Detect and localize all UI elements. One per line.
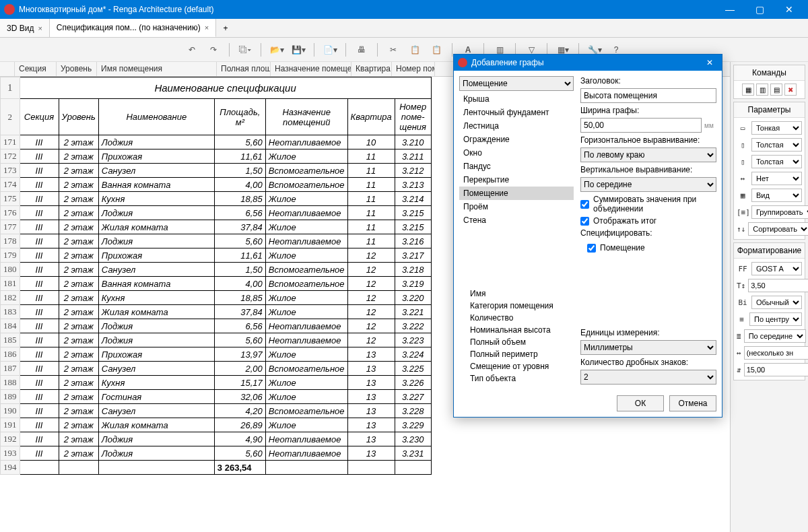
tab-specification[interactable]: Спецификация пом... (по назначению) × (50, 19, 216, 37)
object-type-select[interactable]: Помещение (459, 76, 574, 91)
property-item[interactable]: Полный объем (459, 336, 574, 348)
param-row[interactable]: FFGOST A (737, 261, 802, 276)
param-select[interactable]: GOST A (751, 262, 802, 275)
table-row[interactable]: 185III2 этажЛоджия5,60Неотапливаемое123.… (1, 333, 432, 347)
param-select[interactable]: Толстая (751, 155, 802, 168)
object-type-item[interactable]: Ограждение (459, 133, 574, 146)
width-input[interactable] (580, 118, 702, 133)
open-icon[interactable]: 📂▾ (268, 41, 285, 59)
spec-item-checkbox[interactable]: Помещение (580, 243, 716, 253)
col-roomname[interactable]: Имя помещения (97, 62, 217, 76)
valign-select[interactable]: По середине (580, 177, 716, 192)
param-input[interactable] (744, 363, 808, 376)
param-row[interactable]: T↕мм (737, 278, 802, 293)
param-row[interactable]: ▦Вид (737, 188, 802, 203)
th-name[interactable]: Наименование (98, 99, 214, 135)
table-row[interactable]: 176III2 этажЛоджия6,56Неотапливаемое113.… (1, 206, 432, 220)
undo-icon[interactable]: ↶ (183, 41, 201, 59)
cmd-icon[interactable]: ▦ (742, 84, 754, 96)
property-item[interactable]: Тип объекта (459, 372, 574, 385)
property-item[interactable]: Полный периметр (459, 348, 574, 360)
param-row[interactable]: ↔мм (737, 345, 802, 360)
table-row[interactable]: 179III2 этажПрихожая11,61Жилое123.217 (1, 248, 432, 263)
add-tab-button[interactable]: + (216, 19, 235, 37)
table-row[interactable]: 172III2 этажПрихожая11,61Жилое113.211 (1, 149, 432, 164)
object-type-list[interactable]: КрышаЛенточный фундаментЛестницаОгражден… (459, 92, 574, 284)
th-level[interactable]: Уровень (59, 99, 98, 135)
ok-button[interactable]: ОК (617, 395, 664, 411)
object-type-item[interactable]: Перекрытие (459, 173, 574, 187)
minimize-button[interactable]: — (715, 0, 745, 19)
property-item[interactable]: Номинальная высота (459, 324, 574, 336)
object-type-item[interactable]: Лестница (459, 119, 574, 133)
table-row[interactable]: 192III2 этажЛоджия4,90Неотапливаемое133.… (1, 432, 432, 446)
specification-table[interactable]: 1 Наименование спецификации 2 Секция Уро… (0, 77, 432, 475)
th-section[interactable]: Секция (20, 99, 59, 135)
cancel-button[interactable]: Отмена (669, 395, 716, 411)
table-row[interactable]: 190III2 этажСанузел4,20Вспомогательное13… (1, 404, 432, 418)
table-row[interactable]: 189III2 этажГостиная32,06Жилое133.227 (1, 390, 432, 404)
th-area[interactable]: Площадь, м² (214, 99, 265, 135)
param-row[interactable]: ≣По середине (737, 329, 802, 343)
dialog-titlebar[interactable]: Добавление графы ✕ (454, 55, 722, 71)
table-row[interactable]: 180III2 этажСанузел1,50Вспомогательное12… (1, 263, 432, 277)
param-row[interactable]: BiОбычный (737, 295, 802, 310)
param-row[interactable]: ⇵мм (737, 362, 802, 377)
param-row[interactable]: ▯Толстая (737, 154, 802, 169)
cmd-icon[interactable]: ▤ (770, 84, 782, 96)
object-type-item[interactable]: Крыша (459, 92, 574, 106)
property-item[interactable]: Имя (459, 288, 574, 300)
property-item[interactable]: Количество (459, 312, 574, 324)
close-button[interactable]: ✕ (774, 0, 804, 19)
table-row[interactable]: 188III2 этажКухня15,17Жилое133.226 (1, 376, 432, 390)
param-select[interactable]: Тонкая (751, 121, 802, 135)
print-icon[interactable]: 🖶 (353, 41, 370, 59)
param-row[interactable]: ▯Толстая (737, 137, 802, 152)
object-type-item[interactable]: Стена (459, 213, 574, 227)
tab-3d-view[interactable]: 3D Вид × (0, 19, 50, 37)
th-room[interactable]: Номер поме-щения (395, 99, 431, 135)
close-icon[interactable]: × (38, 24, 42, 32)
redo-icon[interactable]: ↷ (205, 41, 222, 59)
param-row[interactable]: ≡По центру (737, 312, 802, 327)
param-select[interactable]: Группировать (751, 205, 808, 219)
table-row[interactable]: 187III2 этажСанузел2,00Вспомогательное13… (1, 362, 432, 376)
object-type-item[interactable]: Проём (459, 200, 574, 213)
table-row[interactable]: 177III2 этажЖилая комната37,84Жилое113.2… (1, 220, 432, 234)
units-select[interactable]: Миллиметры (580, 340, 716, 355)
property-item[interactable]: Смещение от уровня (459, 360, 574, 372)
param-select[interactable]: По середине (744, 329, 806, 343)
table-row[interactable]: 183III2 этажЖилая комната37,84Жилое123.2… (1, 305, 432, 319)
table-row[interactable]: 186III2 этажПрихожая13,97Жилое133.224 (1, 347, 432, 362)
param-row[interactable]: ↔Нет (737, 171, 802, 186)
col-level[interactable]: Уровень (57, 62, 97, 76)
spec-title[interactable]: Наименование спецификации (20, 77, 431, 99)
decimals-select[interactable]: 2 (580, 370, 716, 385)
param-select[interactable]: Обычный (751, 296, 802, 309)
param-input[interactable] (748, 279, 808, 292)
table-row[interactable]: 184III2 этажЛоджия6,56Неотапливаемое123.… (1, 319, 432, 333)
sum-checkbox[interactable]: Суммировать значения при объединении (580, 195, 716, 213)
table-row[interactable]: 178III2 этажЛоджия5,60Неотапливаемое113.… (1, 234, 432, 248)
param-row[interactable]: [≡]Группировать (737, 205, 802, 220)
param-input[interactable] (744, 346, 808, 360)
table-row[interactable]: 171III2 этажЛоджия5,60Неотапливаемое103.… (1, 135, 432, 149)
table-row[interactable]: 193III2 этажЛоджия5,60Неотапливаемое133.… (1, 446, 432, 461)
save-icon[interactable]: 💾▾ (290, 41, 307, 59)
object-type-item[interactable]: Пандус (459, 160, 574, 173)
table-row[interactable]: 191III2 этажЖилая комната26,89Жилое133.2… (1, 418, 432, 432)
halign-select[interactable]: По левому краю (580, 147, 716, 162)
paste-icon[interactable]: 📋 (428, 41, 445, 59)
copy2-icon[interactable]: 📋 (406, 41, 424, 59)
th-purpose[interactable]: Назначение помещений (265, 99, 347, 135)
th-apartment[interactable]: Квартира (347, 99, 395, 135)
header-input[interactable] (580, 88, 716, 103)
property-list[interactable]: ИмяКатегория помещенияКоличествоНоминаль… (459, 288, 574, 385)
table-row[interactable]: 181III2 этажВанная комната4,00Вспомогате… (1, 277, 432, 291)
showtotal-checkbox[interactable]: Отображать итог (580, 216, 716, 226)
table-row[interactable]: 175III2 этажКухня18,85Жилое113.214 (1, 192, 432, 206)
total-row[interactable]: 1943 263,54 (1, 461, 432, 475)
object-type-item[interactable]: Ленточный фундамент (459, 106, 574, 119)
copy-icon[interactable]: ⿻▾ (236, 41, 254, 59)
table-row[interactable]: 174III2 этажВанная комната4,00Вспомогате… (1, 178, 432, 192)
